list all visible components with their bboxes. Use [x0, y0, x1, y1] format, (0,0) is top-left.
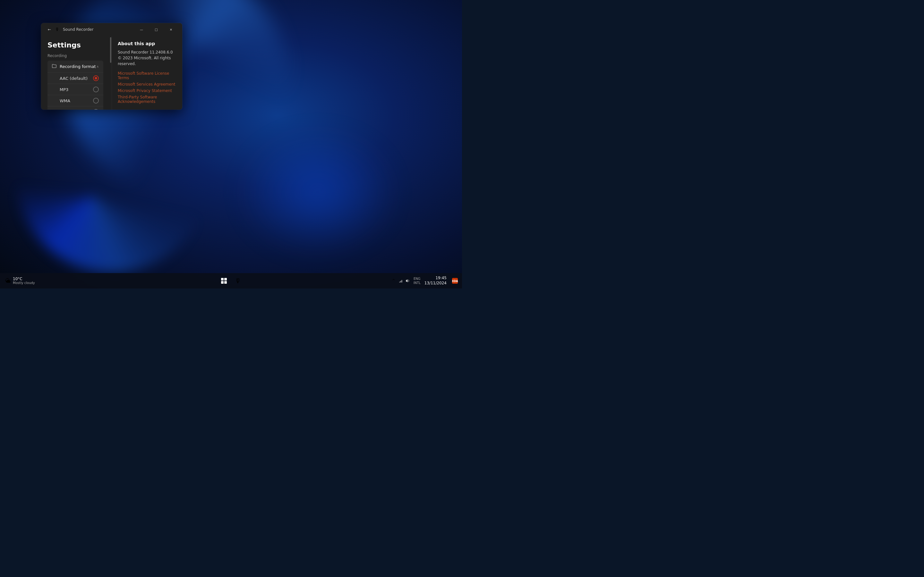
tray-network-icon[interactable] — [397, 277, 404, 284]
recording-format-label: Recording format — [60, 64, 97, 69]
tray-volume-icon[interactable] — [405, 277, 411, 284]
sound-recorder-window: ← 🎙 Sound Recorder — □ ✕ Settings Record… — [41, 23, 182, 110]
scrollbar-thumb[interactable] — [110, 37, 111, 63]
third-party-link[interactable]: Third-Party Software Acknowledgements — [118, 95, 176, 104]
title-bar: ← 🎙 Sound Recorder — □ ✕ — [41, 23, 182, 36]
mic-taskbar-icon: 🎙 — [235, 277, 241, 285]
recording-format-chevron — [97, 65, 99, 68]
about-version: Sound Recorder 11.2408.6.0 © 2023 Micros… — [118, 49, 176, 67]
weather-temp: 10°C — [13, 277, 35, 281]
sound-recorder-taskbar-btn[interactable]: 🎙 — [232, 274, 244, 287]
clock-date: 13/11/2024 — [425, 281, 447, 286]
format-mp3-radio[interactable] — [93, 87, 99, 92]
weather-widget[interactable]: 🌥 10°C Mostly cloudy — [3, 276, 37, 286]
weather-icon: 🌥 — [5, 277, 11, 284]
format-mp3-label: MP3 — [60, 87, 93, 92]
minimize-button[interactable]: — — [134, 24, 149, 35]
weather-text: 10°C Mostly cloudy — [13, 277, 35, 285]
weather-desc: Mostly cloudy — [13, 281, 35, 285]
window-title: Sound Recorder — [63, 27, 134, 32]
about-title: About this app — [118, 41, 176, 46]
format-option-wma[interactable]: WMA — [47, 95, 103, 106]
format-aac-label: AAC (default) — [60, 76, 93, 81]
clock-time: 19:45 — [435, 276, 447, 281]
format-option-mp3[interactable]: MP3 — [47, 84, 103, 95]
format-wma-label: WMA — [60, 98, 93, 103]
folder-icon — [52, 64, 57, 69]
app-icon: 🎙 — [55, 27, 60, 32]
svg-rect-2 — [401, 280, 402, 282]
window-body: Settings Recording Recording format AAC … — [41, 36, 182, 110]
format-flac-radio[interactable] — [93, 109, 99, 110]
window-controls: — □ ✕ — [134, 24, 178, 35]
svg-rect-1 — [401, 281, 401, 282]
license-terms-link[interactable]: Microsoft Software License Terms — [118, 71, 176, 80]
settings-title: Settings — [47, 41, 103, 49]
language-badge[interactable]: ENG INTL — [414, 277, 421, 285]
back-button[interactable]: ← — [45, 25, 54, 34]
format-option-flac[interactable]: FLAC (lossless) — [47, 106, 103, 110]
recording-format-section: Recording format AAC (default) MP3 WMA — [47, 61, 103, 110]
about-panel: About this app Sound Recorder 11.2408.6.… — [111, 36, 182, 110]
taskbar-right: ^ ENG INTL 19:45 13/11/2024 — [391, 276, 459, 285]
format-aac-radio[interactable] — [93, 75, 99, 81]
clock-widget[interactable]: 19:45 13/11/2024 — [423, 276, 448, 285]
format-wma-radio[interactable] — [93, 98, 99, 103]
tray-chevron[interactable]: ^ — [391, 277, 397, 284]
lang-variant: INTL — [414, 281, 421, 285]
settings-panel: Settings Recording Recording format AAC … — [41, 36, 110, 110]
maximize-button[interactable]: □ — [149, 24, 164, 35]
xda-icon: XDA — [452, 277, 458, 284]
svg-text:XDA: XDA — [452, 280, 459, 283]
scrollbar-track[interactable] — [110, 36, 111, 110]
close-button[interactable]: ✕ — [164, 24, 178, 35]
privacy-statement-link[interactable]: Microsoft Privacy Statement — [118, 89, 176, 93]
windows-logo — [221, 278, 227, 284]
svg-rect-0 — [399, 282, 400, 283]
format-option-aac[interactable]: AAC (default) — [47, 73, 103, 84]
start-button[interactable] — [218, 274, 230, 287]
taskbar-left: 🌥 10°C Mostly cloudy — [3, 276, 37, 286]
recording-format-header[interactable]: Recording format — [47, 61, 103, 73]
xda-badge: XDA — [451, 277, 459, 285]
taskbar: 🌥 10°C Mostly cloudy 🎙 ^ — [0, 273, 462, 288]
taskbar-center: 🎙 — [218, 274, 244, 287]
tray-icons: ^ — [391, 277, 411, 284]
recording-section-header: Recording — [47, 53, 103, 58]
lang-code: ENG — [414, 277, 421, 281]
format-flac-label: FLAC (lossless) — [60, 110, 93, 110]
services-agreement-link[interactable]: Microsoft Services Agreement — [118, 82, 176, 87]
